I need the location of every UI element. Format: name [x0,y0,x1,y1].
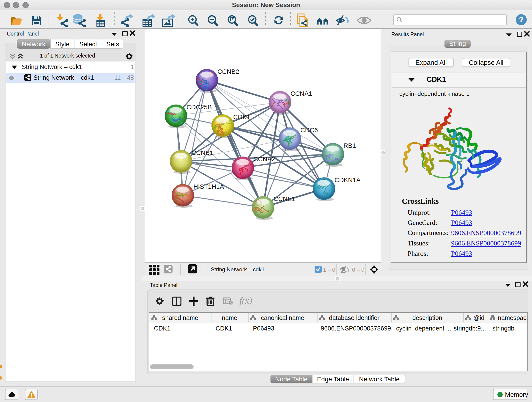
svg-text:CCNE1: CCNE1 [273,195,295,202]
svg-text:CCNA2: CCNA2 [253,156,275,163]
svg-text:CCNA1: CCNA1 [291,90,312,97]
svg-text:RB1: RB1 [343,142,356,149]
svg-text:CDC25B: CDC25B [186,104,212,111]
svg-text:?: ? [519,15,524,24]
svg-text:CDK1: CDK1 [233,114,250,121]
svg-text:CCNB2: CCNB2 [217,68,239,75]
svg-text:CCNB1: CCNB1 [191,149,213,156]
svg-text:HIST1H1A: HIST1H1A [193,183,224,190]
svg-text:CDC6: CDC6 [300,127,318,134]
svg-text:CDKN1A: CDKN1A [335,177,361,184]
